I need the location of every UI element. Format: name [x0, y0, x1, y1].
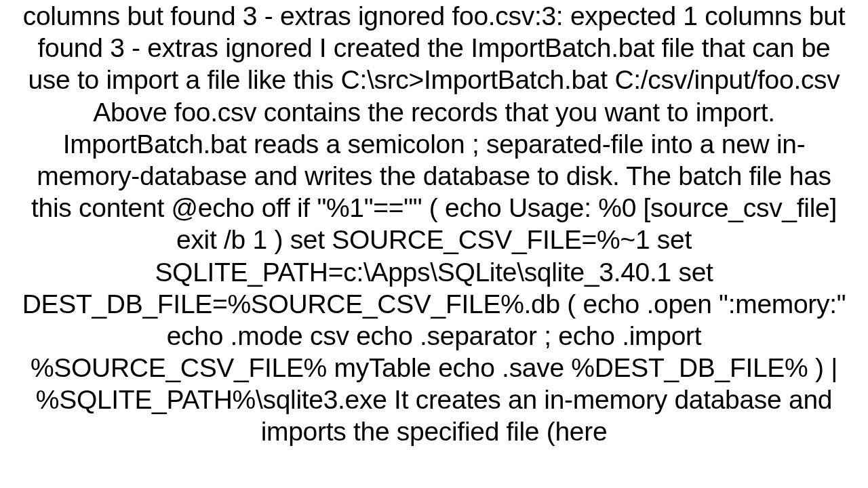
- document-body: columns but found 3 - extras ignored foo…: [0, 0, 868, 448]
